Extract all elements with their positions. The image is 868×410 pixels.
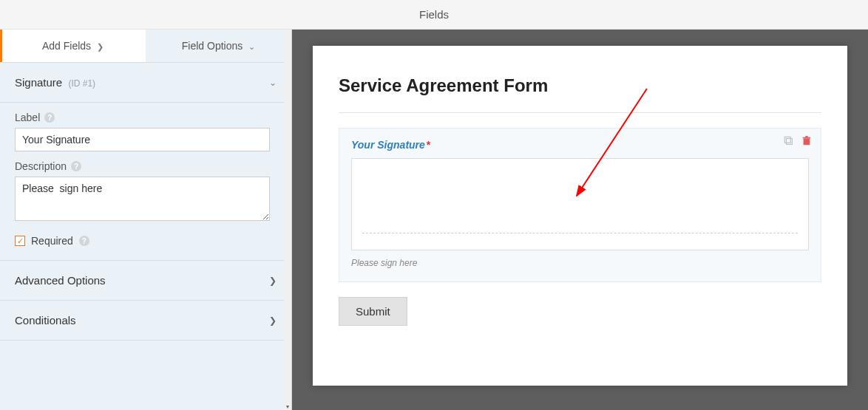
help-icon[interactable]: ? (79, 236, 89, 246)
description-caption-row: Description ? (15, 160, 277, 172)
chevron-down-icon: ⌄ (248, 42, 255, 51)
advanced-options-row[interactable]: Advanced Options ❯ (0, 261, 291, 301)
required-label: Required (31, 235, 73, 247)
signature-field[interactable]: Your Signature* Please sign here (339, 128, 821, 282)
field-section-header[interactable]: Signature (ID #1) ⌄ (0, 63, 291, 103)
description-caption: Description (15, 160, 67, 172)
field-label-text: Your Signature (351, 139, 425, 151)
sidebar: Add Fields ❯ Field Options ⌄ Signature (… (0, 30, 292, 410)
svg-rect-1 (784, 137, 790, 143)
help-icon[interactable]: ? (44, 112, 55, 123)
chevron-right-icon: ❯ (269, 276, 277, 286)
sidebar-scrollbar[interactable]: ▾ (284, 30, 291, 410)
svg-rect-4 (805, 136, 808, 137)
required-indicator: * (427, 139, 430, 151)
top-header: Fields (0, 0, 868, 30)
submit-button[interactable]: Submit (339, 297, 407, 326)
advanced-options-label: Advanced Options (15, 274, 106, 287)
header-title: Fields (419, 8, 449, 21)
field-label: Your Signature* (351, 139, 809, 151)
chevron-down-icon: ⌄ (269, 78, 277, 88)
tab-field-options-label: Field Options (182, 40, 243, 52)
svg-rect-2 (804, 139, 810, 146)
submit-button-label: Submit (356, 305, 390, 318)
conditionals-row[interactable]: Conditionals ❯ (0, 301, 291, 341)
label-caption: Label (15, 112, 40, 123)
label-input[interactable] (15, 128, 270, 151)
form-title: Service Agreement Form (339, 75, 821, 96)
svg-rect-0 (787, 139, 793, 145)
label-caption-row: Label ? (15, 112, 277, 123)
description-row: Description ? Please sign here (0, 151, 291, 223)
field-id-note: (ID #1) (68, 78, 95, 89)
conditionals-label: Conditionals (15, 314, 76, 327)
divider (339, 112, 821, 113)
tab-field-options[interactable]: Field Options ⌄ (146, 30, 291, 62)
svg-rect-3 (803, 137, 811, 139)
sidebar-tabs: Add Fields ❯ Field Options ⌄ (0, 30, 291, 63)
chevron-right-icon: ❯ (269, 315, 277, 326)
chevron-right-icon: ❯ (97, 42, 104, 51)
field-description-text: Please sign here (351, 258, 809, 268)
scroll-down-icon[interactable]: ▾ (284, 403, 291, 410)
signature-pad[interactable] (351, 158, 809, 250)
main-layout: Add Fields ❯ Field Options ⌄ Signature (… (0, 30, 868, 410)
form-canvas: Service Agreement Form Your Signature* (292, 30, 868, 410)
field-type-name: Signature (15, 76, 62, 89)
duplicate-icon[interactable] (784, 136, 794, 146)
required-checkbox[interactable]: ✓ (15, 236, 25, 246)
label-row: Label ? (0, 103, 291, 151)
tab-add-fields[interactable]: Add Fields ❯ (0, 30, 146, 62)
active-tab-indicator (0, 30, 2, 62)
trash-icon[interactable] (801, 136, 812, 146)
signature-baseline (362, 233, 798, 233)
form-preview-card: Service Agreement Form Your Signature* (313, 46, 847, 386)
required-row: ✓ Required ? (0, 223, 291, 261)
field-section-title: Signature (ID #1) (15, 76, 95, 89)
help-icon[interactable]: ? (71, 161, 81, 171)
description-textarea[interactable]: Please sign here (15, 177, 270, 221)
tab-add-fields-label: Add Fields (42, 40, 91, 52)
field-actions (784, 136, 812, 146)
